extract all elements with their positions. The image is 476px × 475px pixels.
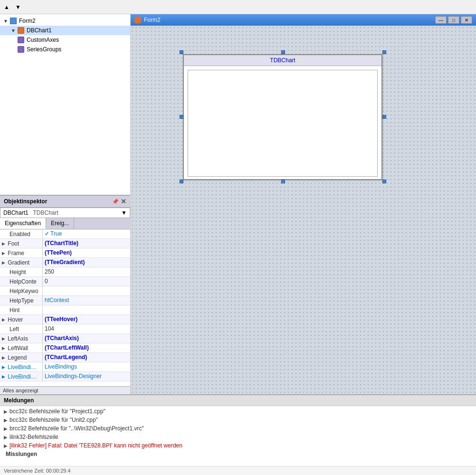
tab-properties[interactable]: Eigenschaften	[0, 218, 46, 229]
prop-row-helpkeyword: HelpKeywo	[0, 286, 130, 296]
message-text-1: bcc32c Befehlszeile für "Project1.cpp"	[10, 408, 105, 415]
prop-row-helpcontext: HelpConte 0	[0, 277, 130, 286]
prop-name-livebindings2: ▶ LiveBindi…	[0, 372, 43, 381]
prop-value-livebindings2[interactable]: LiveBindings-Designer	[43, 372, 130, 381]
prop-row-enabled: Enabled ✓ True	[0, 229, 130, 239]
tree-label-dbchart1: DBChart1	[27, 27, 52, 34]
prop-name-helpkeyword: HelpKeywo	[0, 286, 43, 295]
prop-name-enabled: Enabled	[0, 229, 43, 238]
chart-widget[interactable]: TDBChart	[183, 54, 382, 180]
message-text-4: ilink32-Befehlszeile	[10, 434, 58, 440]
subitem-icon-customaxes	[17, 36, 25, 44]
prop-value-hover[interactable]: (TTeeHover)	[43, 315, 130, 324]
form-icon	[10, 17, 17, 25]
chart-title: TDBChart	[184, 55, 381, 66]
prop-value-left[interactable]: 104	[43, 324, 130, 333]
tree-item-form2[interactable]: ▼ Form2	[0, 16, 130, 26]
prop-value-height[interactable]: 250	[43, 267, 130, 276]
inspector-title: Objektinspektor	[4, 198, 47, 205]
message-row-3[interactable]: ▶ brcc32 Befehlszeile für "..\Win32\Debu…	[0, 424, 476, 433]
subitem-icon-seriesgroups	[17, 46, 25, 53]
messages-list: ▶ bcc32c Befehlszeile für "Project1.cpp"…	[0, 406, 476, 466]
prop-value-foot[interactable]: (TChartTitle)	[43, 239, 130, 248]
designer-canvas[interactable]: Form2 — □ ✕ TDBChart	[131, 14, 476, 394]
left-panel: ▼ Form2 ▼ DBChart1 CustomAxes	[0, 14, 131, 394]
inspector-close-button[interactable]: ✕	[121, 198, 126, 205]
close-button[interactable]: ✕	[461, 16, 472, 24]
form-title-area: Form2	[134, 17, 161, 23]
prop-value-helptype[interactable]: htContext	[43, 296, 130, 305]
prop-name-foot: ▶ Foot	[0, 239, 43, 248]
handle-bl[interactable]	[180, 180, 183, 183]
prop-row-helptype: HelpType htContext	[0, 296, 130, 305]
prop-row-hint: Hint	[0, 305, 130, 315]
handle-mr[interactable]	[382, 115, 386, 119]
messages-footer: Verstrichene Zeit: 00:00:29.4	[0, 466, 476, 475]
prop-value-helpkeyword[interactable]	[43, 286, 130, 295]
message-row-1[interactable]: ▶ bcc32c Befehlszeile für "Project1.cpp"	[0, 407, 476, 416]
prop-value-helpcontext[interactable]: 0	[43, 277, 130, 286]
prop-row-livebindings2: ▶ LiveBindi… LiveBindings-Designer	[0, 372, 130, 381]
toolbar: ▲ ▼	[0, 0, 476, 14]
form-titlebar: Form2 — □ ✕	[131, 14, 476, 26]
tree-label-seriesgroups: SeriesGroups	[27, 46, 61, 53]
tree-arrow-form2: ▼	[2, 17, 10, 25]
form-window: Form2 — □ ✕ TDBChart	[131, 14, 476, 394]
prop-value-leftaxis[interactable]: (TChartAxis)	[43, 334, 130, 343]
handle-tl[interactable]	[180, 50, 183, 54]
inspector-tabs: Eigenschaften Ereig...	[0, 218, 130, 229]
prop-value-leftwall[interactable]: (TChartLeftWall)	[43, 343, 130, 352]
minimize-button[interactable]: —	[435, 16, 447, 24]
prop-row-frame: ▶ Frame (TTeePen)	[0, 248, 130, 258]
messages-header: Meldungen	[0, 395, 476, 406]
component-icon	[17, 27, 25, 34]
chevron-down-icon: ▼	[121, 209, 127, 216]
toolbar-icon-down[interactable]: ▼	[13, 2, 23, 12]
form-surface[interactable]: TDBChart	[131, 26, 476, 394]
maximize-button[interactable]: □	[448, 16, 459, 24]
inspector-controls: 📌 ✕	[112, 198, 126, 205]
message-text-misslungen: Misslungen	[6, 451, 37, 457]
prop-value-hint[interactable]	[43, 305, 130, 314]
message-row-misslungen[interactable]: Misslungen	[0, 450, 476, 458]
toolbar-icon-up[interactable]: ▲	[2, 2, 11, 12]
message-row-5[interactable]: ▶ [ilink32 Fehler] Fatal: Datei 'TEE928.…	[0, 441, 476, 450]
prop-name-helpcontext: HelpConte	[0, 277, 43, 286]
form-icon-titlebar	[134, 17, 141, 23]
message-text-2: bcc32c Befehlszeile für "Unit2.cpp"	[10, 417, 98, 423]
prop-name-hint: Hint	[0, 305, 43, 314]
inspector-properties-list: Enabled ✓ True ▶ Foot (TChartTitle) ▶ Fr…	[0, 229, 130, 386]
tab-events[interactable]: Ereig...	[46, 218, 74, 229]
prop-value-livebindings1[interactable]: LiveBindings	[43, 362, 130, 371]
expand-arrow-1: ▶	[4, 409, 8, 414]
prop-value-enabled[interactable]: ✓ True	[43, 229, 130, 238]
handle-tm[interactable]	[281, 50, 285, 54]
message-text-5: [ilink32 Fehler] Fatal: Datei 'TEE928.BP…	[10, 442, 182, 449]
prop-row-leftwall: ▶ LeftWall (TChartLeftWall)	[0, 343, 130, 353]
prop-row-height: Height 250	[0, 267, 130, 277]
tree-item-dbchart1[interactable]: ▼ DBChart1	[0, 26, 130, 35]
tree-item-customaxes[interactable]: CustomAxes	[0, 35, 130, 45]
prop-row-legend: ▶ Legend (TChartLegend)	[0, 353, 130, 362]
inspector-object-select[interactable]: DBChart1 TDBChart ▼	[0, 208, 130, 218]
chart-plot-area	[188, 70, 378, 177]
message-row-2[interactable]: ▶ bcc32c Befehlszeile für "Unit2.cpp"	[0, 416, 476, 424]
prop-value-legend[interactable]: (TChartLegend)	[43, 353, 130, 362]
tree-item-seriesgroups[interactable]: SeriesGroups	[0, 45, 130, 54]
handle-br[interactable]	[382, 180, 386, 183]
inspector-object-name: DBChart1 TDBChart	[3, 209, 58, 216]
prop-name-leftwall: ▶ LeftWall	[0, 343, 43, 352]
message-row-4[interactable]: ▶ ilink32-Befehlszeile	[0, 433, 476, 441]
pin-icon[interactable]: 📌	[112, 199, 119, 205]
prop-name-hover: ▶ Hover	[0, 315, 43, 324]
prop-value-gradient[interactable]: (TTeeGradient)	[43, 258, 130, 267]
prop-name-left: Left	[0, 324, 43, 333]
prop-name-gradient: ▶ Gradient	[0, 258, 43, 267]
prop-name-legend: ▶ Legend	[0, 353, 43, 362]
object-tree: ▼ Form2 ▼ DBChart1 CustomAxes	[0, 14, 130, 195]
inspector-header: Objektinspektor 📌 ✕	[0, 196, 130, 208]
handle-tr[interactable]	[382, 50, 386, 54]
prop-value-frame[interactable]: (TTeePen)	[43, 248, 130, 257]
inspector-status: Alles angezeigt	[0, 386, 130, 394]
handle-bm[interactable]	[281, 180, 285, 183]
